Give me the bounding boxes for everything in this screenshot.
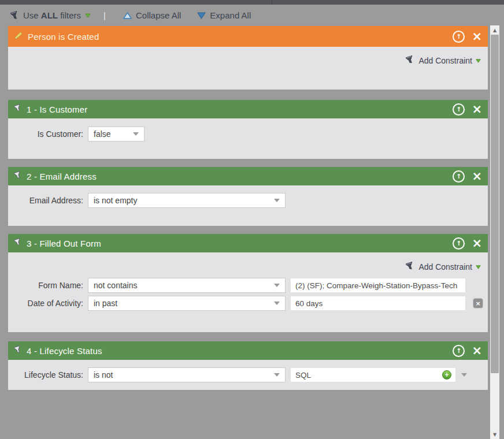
expand-all-icon bbox=[197, 12, 206, 19]
move-up-icon[interactable]: ↑ bbox=[453, 103, 465, 116]
add-constraint-icon bbox=[406, 55, 414, 66]
panel-header-filled-out-form[interactable]: 3 - Filled Out Form ↑ × bbox=[8, 234, 488, 252]
panel-header-lifecycle-status[interactable]: 4 - Lifecycle Status ↑ × bbox=[8, 341, 488, 360]
filter-list: Person is Created ↑ × Add Constraint 1 -… bbox=[8, 26, 488, 390]
panel-filled-out-form: 3 - Filled Out Form ↑ × Add Constraint F… bbox=[8, 234, 488, 332]
toolbar-separator: | bbox=[103, 10, 106, 20]
panel-header-person-is-created[interactable]: Person is Created ↑ × bbox=[8, 26, 488, 47]
field-label: Email Address: bbox=[8, 196, 83, 205]
form-name-input[interactable] bbox=[290, 278, 466, 293]
filter-funnel-icon bbox=[14, 171, 22, 181]
scrollbar-thumb[interactable] bbox=[491, 35, 499, 373]
chevron-down-icon bbox=[133, 132, 139, 136]
filter-funnel-icon bbox=[14, 238, 22, 248]
chevron-down-icon bbox=[274, 373, 280, 377]
close-icon[interactable]: × bbox=[472, 170, 482, 183]
panel-header-email-address[interactable]: 2 - Email Address ↑ × bbox=[8, 167, 488, 185]
filter-funnel-icon bbox=[10, 11, 19, 20]
dropdown-value: is not bbox=[94, 370, 113, 380]
field-label: Is Customer: bbox=[8, 129, 83, 139]
dropdown-value: in past bbox=[94, 299, 117, 308]
top-window-strip bbox=[0, 0, 504, 5]
panel-person-is-created: Person is Created ↑ × Add Constraint bbox=[8, 26, 488, 90]
panel-header-is-customer[interactable]: 1 - Is Customer ↑ × bbox=[8, 100, 488, 118]
filter-toolbar: Use ALL filters | Collapse All Expand Al… bbox=[0, 5, 504, 26]
panel-title: 4 - Lifecycle Status bbox=[27, 346, 102, 356]
vertical-scrollbar[interactable]: ▲ ▼ bbox=[490, 25, 499, 439]
close-icon[interactable]: × bbox=[472, 31, 482, 43]
collapse-all-label: Collapse All bbox=[136, 10, 181, 20]
dropdown-value: not contains bbox=[94, 281, 138, 290]
chevron-down-icon bbox=[274, 302, 280, 305]
chevron-down-icon[interactable] bbox=[461, 373, 467, 377]
chevron-down-icon bbox=[274, 284, 280, 287]
panel-email-address: 2 - Email Address ↑ × Email Address: is … bbox=[8, 167, 488, 226]
move-up-icon[interactable]: ↑ bbox=[453, 170, 465, 183]
scrollbar-up-icon[interactable]: ▲ bbox=[490, 25, 499, 35]
panel-title: 3 - Filled Out Form bbox=[27, 239, 101, 248]
close-icon[interactable]: × bbox=[472, 103, 482, 116]
expand-all-label: Expand All bbox=[210, 10, 251, 20]
collapse-all-button[interactable]: Collapse All bbox=[123, 10, 181, 20]
field-label: Date of Activity: bbox=[8, 299, 83, 308]
pencil-icon bbox=[14, 31, 23, 42]
top-strip-divider bbox=[272, 0, 272, 5]
field-label: Lifecycle Status: bbox=[8, 370, 83, 380]
move-up-icon[interactable]: ↑ bbox=[453, 31, 465, 43]
add-constraint-label: Add Constraint bbox=[418, 56, 472, 65]
operator-dropdown[interactable]: is not bbox=[88, 367, 286, 382]
chevron-down-icon bbox=[274, 199, 280, 202]
add-value-icon[interactable]: + bbox=[442, 370, 451, 380]
panel-body: Add Constraint bbox=[8, 47, 488, 90]
add-constraint-caret-icon bbox=[476, 265, 481, 269]
filter-funnel-icon bbox=[14, 104, 22, 114]
panel-lifecycle-status: 4 - Lifecycle Status ↑ × Lifecycle Statu… bbox=[8, 341, 488, 390]
clear-icon[interactable]: × bbox=[473, 298, 483, 308]
lifecycle-status-value-input[interactable] bbox=[290, 367, 456, 382]
filters-mode-caret-icon bbox=[85, 13, 91, 18]
use-all-filters-control[interactable]: Use ALL filters bbox=[10, 10, 91, 20]
operator-dropdown[interactable]: not contains bbox=[88, 278, 286, 293]
panel-title: 2 - Email Address bbox=[27, 172, 97, 181]
add-constraint-label: Add Constraint bbox=[418, 262, 472, 271]
expand-all-button[interactable]: Expand All bbox=[197, 10, 251, 20]
add-constraint-button[interactable]: Add Constraint bbox=[8, 252, 488, 272]
move-up-icon[interactable]: ↑ bbox=[453, 345, 465, 357]
panel-body: Is Customer: false bbox=[8, 118, 488, 159]
date-of-activity-input[interactable] bbox=[290, 296, 466, 311]
dropdown-value: false bbox=[94, 129, 111, 139]
dropdown-value: is not empty bbox=[94, 196, 137, 205]
panel-body: Lifecycle Status: is not + bbox=[8, 360, 488, 390]
panel-is-customer: 1 - Is Customer ↑ × Is Customer: false bbox=[8, 100, 488, 159]
field-label: Form Name: bbox=[8, 281, 83, 290]
close-icon[interactable]: × bbox=[472, 237, 482, 250]
operator-dropdown[interactable]: is not empty bbox=[88, 193, 286, 208]
close-icon[interactable]: × bbox=[472, 345, 482, 357]
panel-title: 1 - Is Customer bbox=[27, 105, 88, 114]
operator-dropdown[interactable]: in past bbox=[88, 296, 286, 311]
operator-dropdown[interactable]: false bbox=[88, 127, 144, 142]
move-up-icon[interactable]: ↑ bbox=[453, 237, 465, 250]
add-constraint-icon bbox=[406, 262, 414, 272]
use-all-filters-label: Use ALL filters bbox=[23, 10, 81, 20]
add-constraint-caret-icon bbox=[476, 59, 481, 63]
scrollbar-down-icon[interactable]: ▼ bbox=[490, 430, 499, 439]
collapse-all-icon bbox=[123, 12, 132, 19]
panel-body: Add Constraint Form Name: not contains D… bbox=[8, 252, 488, 332]
panel-title: Person is Created bbox=[28, 32, 99, 42]
add-constraint-button[interactable]: Add Constraint bbox=[8, 47, 488, 66]
panel-body: Email Address: is not empty bbox=[8, 185, 488, 226]
filter-funnel-icon bbox=[14, 345, 22, 356]
